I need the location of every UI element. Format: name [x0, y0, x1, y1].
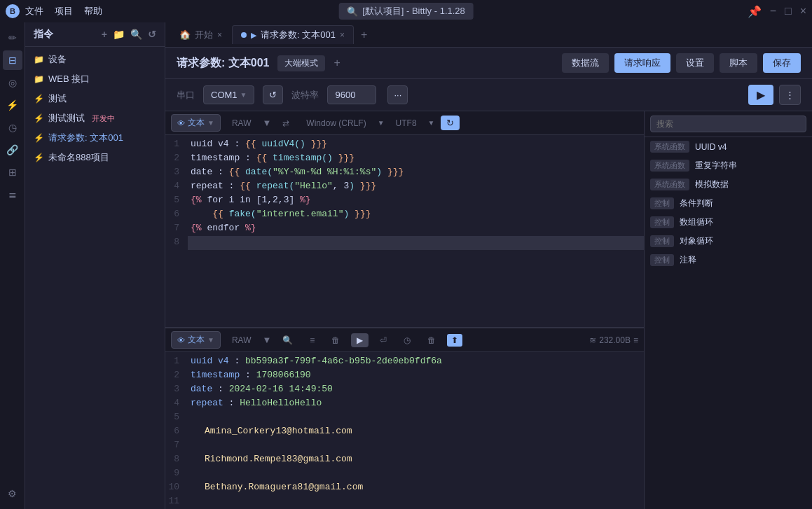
func-condition[interactable]: 控制 条件判断	[645, 194, 812, 213]
sidebar-folder-icon[interactable]: 📁	[113, 29, 125, 40]
iconbar: ✏ ⊟ ◎ ⚡ ◷ 🔗 ⊞ ≣ ⚙	[0, 22, 25, 509]
sidebar-item-device[interactable]: 📁 设备	[25, 50, 165, 69]
iconbar-settings[interactable]: ⚙	[3, 484, 22, 503]
output-num-6: 6	[165, 425, 188, 439]
output-size: ≋ 232.00B ≡	[589, 335, 638, 345]
output-menu-icon[interactable]: ≡	[633, 335, 638, 345]
baud-input[interactable]: 9600	[327, 85, 376, 104]
format-swap[interactable]: ⇄	[277, 116, 295, 130]
flash-icon-3: ⚡	[34, 133, 44, 143]
tab-add-button[interactable]: +	[355, 26, 373, 44]
output-line-6: 6 Amina_Corkery13@hotmail.com	[165, 425, 644, 439]
tab-request-icon: ▶	[251, 31, 256, 40]
line-content-6: {{ fake("internet.email") }}}	[188, 208, 644, 222]
titlebar-left: B 文件 项目 帮助	[6, 4, 102, 18]
settings-button[interactable]: 设置	[676, 53, 714, 73]
sidebar-refresh-icon[interactable]: ↺	[148, 29, 156, 40]
menu-project[interactable]: 项目	[55, 5, 73, 18]
iconbar-clock[interactable]: ◷	[3, 118, 22, 137]
request-response-button[interactable]: 请求响应	[614, 53, 670, 73]
output-text-9	[188, 467, 644, 481]
output-play-icon[interactable]: ▶	[351, 333, 369, 347]
sidebar-item-unnamed[interactable]: ⚡ 未命名888项目	[25, 148, 165, 167]
page-add-icon[interactable]: +	[333, 57, 340, 69]
menu-help[interactable]: 帮助	[84, 5, 102, 18]
func-mock-data[interactable]: 系统函数 模拟数据	[645, 175, 812, 194]
sidebar-search-icon[interactable]: 🔍	[130, 29, 142, 40]
sidebar-item-web[interactable]: 📁 WEB 接口	[25, 69, 165, 89]
sidebar-add-icon[interactable]: +	[102, 29, 107, 40]
port-refresh-button[interactable]: ↺	[263, 85, 283, 104]
output-format-select[interactable]: 👁 文本 ▼	[171, 331, 221, 349]
dataflow-button[interactable]: 数据流	[562, 53, 609, 73]
minimize-icon[interactable]: −	[770, 5, 776, 18]
sidebar-item-request[interactable]: ⚡ 请求参数: 文本001	[25, 128, 165, 148]
iconbar-edit[interactable]: ✏	[3, 28, 22, 48]
script-button[interactable]: 脚本	[720, 53, 757, 73]
pin-icon[interactable]: 📌	[748, 5, 762, 18]
chevron-down-icon-2: ▼	[207, 119, 214, 127]
more-config-button[interactable]: ···	[387, 85, 408, 104]
format-active-button[interactable]: ↻	[441, 116, 460, 130]
output-trash-icon[interactable]: 🗑	[422, 333, 441, 347]
func-badge-ctrl-4: 控制	[650, 254, 674, 266]
output-list-icon[interactable]: ≡	[304, 333, 320, 347]
page-header-actions: 数据流 请求响应 设置 脚本 保存	[562, 53, 801, 73]
func-array-loop[interactable]: 控制 数组循环	[645, 213, 812, 232]
format-raw[interactable]: RAW	[226, 116, 257, 130]
iconbar-link[interactable]: 🔗	[3, 140, 22, 160]
size-icon: ≋	[589, 335, 596, 345]
iconbar-grid[interactable]: ⊞	[3, 162, 22, 182]
menu-file[interactable]: 文件	[25, 5, 43, 18]
right-panel-search	[645, 111, 812, 137]
iconbar-circle[interactable]: ◎	[3, 73, 22, 92]
output-line-11: 11	[165, 495, 644, 509]
iconbar-flash[interactable]: ⚡	[3, 95, 22, 115]
format-utf8[interactable]: UTF8	[390, 116, 422, 130]
line-num-4: 4	[165, 180, 188, 194]
output-upload-icon[interactable]: ⬆	[447, 334, 462, 347]
output-search-icon[interactable]: 🔍	[277, 333, 298, 347]
line-content-4: repeat : {{ repeat("Hello", 3) }}}	[188, 180, 644, 194]
func-uuid[interactable]: 系统函数 UUID v4	[645, 137, 812, 156]
output-line-8: 8 Richmond.Rempel83@gmail.com	[165, 453, 644, 467]
refresh-icon: ↻	[446, 118, 454, 128]
output-clear-icon[interactable]: 🗑	[326, 333, 345, 347]
port-select[interactable]: COM1 ▼	[203, 85, 254, 104]
function-search-input[interactable]	[650, 116, 806, 132]
tab-home[interactable]: 🏠 开始 ×	[171, 26, 230, 44]
output-text-10: Bethany.Romaguera81@gmail.com	[188, 481, 644, 495]
close-icon[interactable]: ×	[800, 5, 806, 18]
output-num-2: 2	[165, 369, 188, 383]
folder-icon: 📁	[34, 55, 44, 64]
iconbar-list[interactable]: ≣	[3, 185, 22, 204]
output-chevron: ▼	[262, 335, 271, 345]
tab-request[interactable]: ▶ 请求参数: 文本001 ×	[232, 25, 354, 44]
output-raw[interactable]: RAW	[226, 333, 257, 347]
run-button[interactable]: ▶	[748, 85, 773, 105]
code-line-1: 1 uuid v4 : {{ uuidV4() }}}	[165, 138, 644, 152]
sidebar-item-label: 请求参数: 文本001	[48, 132, 123, 144]
output-clock-icon[interactable]: ◷	[398, 333, 416, 347]
iconbar-command[interactable]: ⊟	[3, 50, 22, 70]
tab-home-close[interactable]: ×	[217, 30, 222, 40]
more-button[interactable]: ⋮	[779, 85, 801, 105]
func-repeat-str[interactable]: 系统函数 重复字符串	[645, 156, 812, 175]
eye-icon-2: 👁	[177, 336, 185, 344]
func-comment[interactable]: 控制 注释	[645, 251, 812, 270]
code-editor[interactable]: 1 uuid v4 : {{ uuidV4() }}} 2 timestamp …	[165, 135, 644, 327]
tab-request-close[interactable]: ×	[340, 30, 345, 40]
maximize-icon[interactable]: □	[785, 5, 792, 18]
output-return-icon[interactable]: ⏎	[374, 333, 392, 347]
save-button[interactable]: 保存	[763, 53, 801, 73]
func-badge-sys-2: 系统函数	[650, 160, 689, 172]
func-object-loop[interactable]: 控制 对象循环	[645, 232, 812, 251]
sidebar-item-testtest[interactable]: ⚡ 测试测试 开发中	[25, 109, 165, 128]
code-line-3: 3 date : {{ date("%Y-%m-%d %H:%i:%s") }}…	[165, 166, 644, 180]
tab-dot	[241, 32, 247, 38]
format-window[interactable]: Window (CRLF)	[301, 116, 371, 130]
format-select-text[interactable]: 👁 文本 ▼	[171, 114, 221, 132]
func-name-6: 对象循环	[680, 235, 713, 247]
large-mode-button[interactable]: 大端模式	[277, 55, 325, 71]
sidebar-item-test[interactable]: ⚡ 测试	[25, 89, 165, 109]
